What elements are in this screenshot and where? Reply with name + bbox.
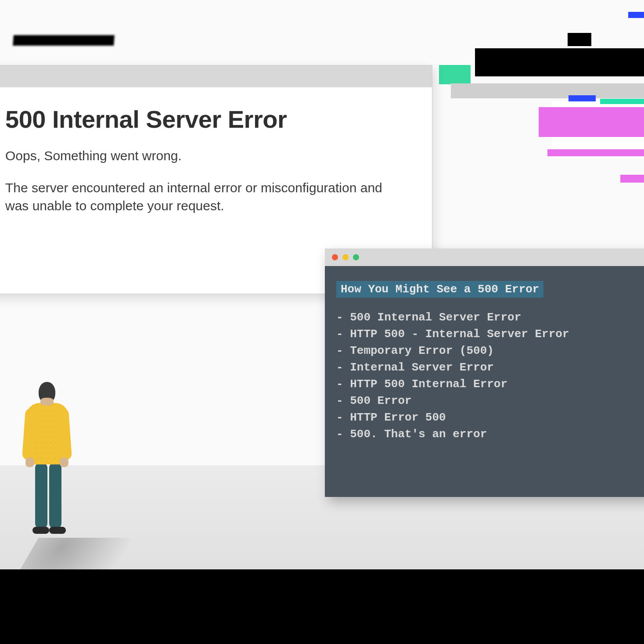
close-icon[interactable]: [332, 254, 338, 260]
glitch-smear-icon: [13, 35, 115, 46]
glitch-block-icon: [568, 33, 591, 46]
error-description: The server encountered an internal error…: [5, 179, 409, 215]
terminal-line: - HTTP 500 Internal Error: [336, 378, 638, 391]
terminal-line: - Temporary Error (500): [336, 344, 638, 357]
terminal-line: - Internal Server Error: [336, 361, 638, 374]
glitch-block-icon: [620, 175, 644, 183]
glitch-block-icon: [628, 12, 644, 18]
error-title: 500 Internal Server Error: [5, 105, 412, 133]
terminal-line: - 500 Error: [336, 394, 638, 407]
minimize-icon[interactable]: [342, 254, 349, 260]
glitch-block-icon: [539, 107, 644, 137]
glitch-block-icon: [568, 95, 596, 101]
person-illustration-icon: [18, 382, 75, 540]
terminal-line: - 500 Internal Server Error: [336, 311, 638, 324]
terminal-line: - HTTP Error 500: [336, 411, 638, 424]
window-titlebar: [325, 248, 644, 266]
terminal-line: - 500. That's an error: [336, 428, 638, 441]
terminal-window: How You Might See a 500 Error - 500 Inte…: [325, 248, 644, 497]
maximize-icon[interactable]: [353, 254, 359, 260]
letterbox: [0, 569, 644, 644]
window-titlebar: [0, 65, 432, 87]
glitch-block-icon: [439, 65, 471, 84]
glitch-block-icon: [475, 48, 644, 76]
terminal-line: - HTTP 500 - Internal Server Error: [336, 327, 638, 341]
glitch-block-icon: [600, 99, 644, 104]
glitch-block-icon: [451, 83, 644, 98]
error-subtext: Oops, Something went wrong.: [5, 148, 412, 163]
terminal-heading: How You Might See a 500 Error: [336, 281, 543, 298]
terminal-list: - 500 Internal Server Error- HTTP 500 - …: [336, 311, 638, 441]
glitch-block-icon: [547, 149, 644, 156]
terminal-body: How You Might See a 500 Error - 500 Inte…: [325, 266, 644, 497]
